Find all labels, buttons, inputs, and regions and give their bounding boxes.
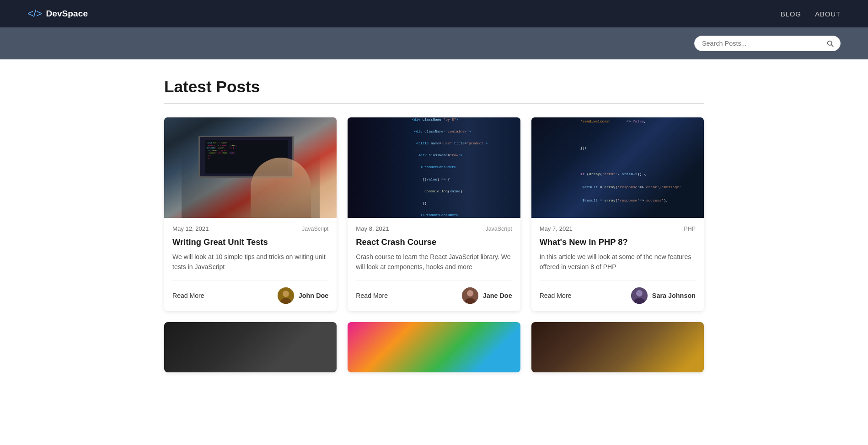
post-date-2: May 8, 2021 — [356, 225, 389, 232]
logo-text: DevSpace — [46, 9, 88, 19]
search-form — [694, 36, 841, 51]
post-excerpt-3: In this article we will look at some of … — [540, 252, 696, 272]
post-category-3: PHP — [684, 226, 696, 232]
logo-icon: </> — [27, 8, 42, 20]
nav-links: BLOG ABOUT — [781, 10, 841, 18]
read-more-2[interactable]: Read More — [356, 292, 388, 299]
divider — [164, 103, 704, 104]
nav-link-blog[interactable]: BLOG — [781, 10, 801, 18]
post-meta-2: May 8, 2021 JavaScript — [356, 225, 512, 232]
page-title: Latest Posts — [164, 78, 704, 96]
svg-point-6 — [467, 290, 473, 297]
author-avatar-3 — [631, 287, 648, 304]
read-more-1[interactable]: Read More — [172, 292, 204, 299]
post-card-partial-6 — [531, 322, 704, 372]
author-avatar-img-1 — [278, 287, 294, 304]
code-overlay-3: 'replace_interests' => false, 'send_welc… — [531, 117, 704, 218]
post-date-1: May 12, 2021 — [172, 225, 209, 232]
post-card-body-3: May 7, 2021 PHP What's New In PHP 8? In … — [531, 218, 704, 311]
site-logo[interactable]: </> DevSpace — [27, 8, 88, 20]
post-card-partial-4 — [164, 322, 337, 372]
svg-point-9 — [636, 290, 643, 297]
post-date-3: May 7, 2021 — [540, 225, 573, 232]
post-image-2: products: storeProducts render() { retur… — [348, 117, 520, 218]
post-meta-3: May 7, 2021 PHP — [540, 225, 696, 232]
search-input[interactable] — [695, 36, 820, 51]
post-category-2: JavaScript — [485, 226, 512, 232]
post-excerpt-2: Crash course to learn the React JavaScri… — [356, 252, 512, 272]
post-title-1: Writing Great Unit Tests — [172, 237, 328, 248]
author-2: Jane Doe — [462, 287, 512, 304]
search-bar-section — [0, 27, 868, 59]
author-name-2: Jane Doe — [483, 292, 512, 299]
post-excerpt-1: We will look at 10 simple tips and trick… — [172, 252, 328, 272]
author-3: Sara Johnson — [631, 287, 696, 304]
author-1: John Doe — [278, 287, 329, 304]
author-name-3: Sara Johnson — [652, 292, 696, 299]
navbar: </> DevSpace BLOG ABOUT — [0, 0, 868, 27]
post-footer-1: Read More John Doe — [172, 281, 328, 304]
author-avatar-img-2 — [462, 287, 478, 304]
post-title-3: What's New In PHP 8? — [540, 237, 696, 248]
posts-grid-bottom — [164, 322, 704, 372]
author-avatar-2 — [462, 287, 478, 304]
post-card-2: products: storeProducts render() { retur… — [348, 117, 520, 311]
post-category-1: JavaScript — [302, 226, 328, 232]
post-card-body-1: May 12, 2021 JavaScript Writing Great Un… — [164, 218, 337, 311]
post-card-partial-5 — [348, 322, 520, 372]
main-content: Latest Posts const test = "unit"; import… — [137, 59, 731, 391]
post-footer-2: Read More Jane Doe — [356, 281, 512, 304]
post-image-3: 'replace_interests' => false, 'send_welc… — [531, 117, 704, 218]
author-avatar-1 — [278, 287, 294, 304]
svg-point-3 — [283, 291, 289, 297]
svg-line-1 — [831, 45, 833, 47]
author-name-1: John Doe — [299, 292, 329, 299]
post-card-1: const test = "unit"; import { fn } from … — [164, 117, 337, 311]
search-button[interactable] — [820, 36, 840, 51]
nav-link-about[interactable]: ABOUT — [815, 10, 841, 18]
code-overlay-2: products: storeProducts render() { retur… — [348, 117, 520, 218]
read-more-3[interactable]: Read More — [540, 292, 572, 299]
post-title-2: React Crash Course — [356, 237, 512, 248]
author-avatar-img-3 — [631, 287, 648, 304]
post-footer-3: Read More Sara Johnson — [540, 281, 696, 304]
posts-grid: const test = "unit"; import { fn } from … — [164, 117, 704, 311]
post-image-1: const test = "unit"; import { fn } from … — [164, 117, 337, 218]
post-card-3: 'replace_interests' => false, 'send_welc… — [531, 117, 704, 311]
post-meta-1: May 12, 2021 JavaScript — [172, 225, 328, 232]
search-icon — [826, 40, 834, 47]
post-card-body-2: May 8, 2021 JavaScript React Crash Cours… — [348, 218, 520, 311]
